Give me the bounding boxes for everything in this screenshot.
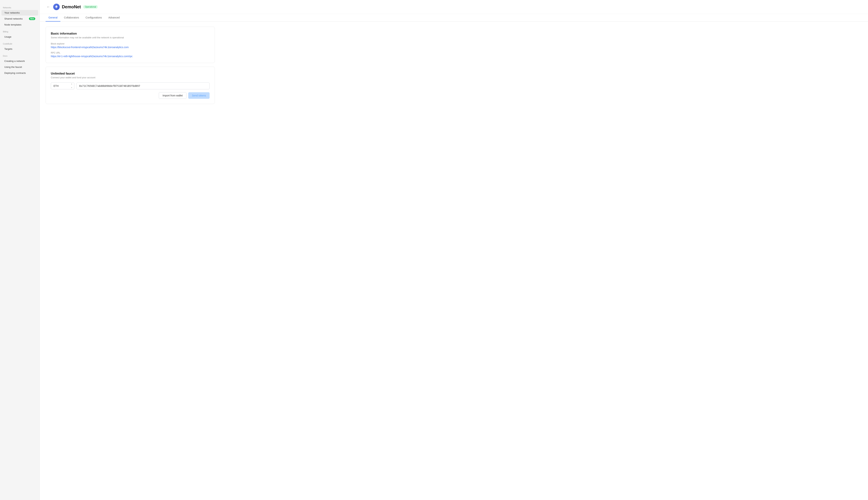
sidebar-item-your-networks[interactable]: Your networks — [1, 10, 38, 15]
faucet-title: Unlimited faucet — [51, 72, 210, 76]
sidebar-item-label: Using the faucet — [4, 66, 22, 68]
sidebar-section-codebuild: CodeBuild — [0, 40, 39, 46]
block-explorer-link[interactable]: https://blockscout-frontend-nmypcaht2wze… — [51, 46, 129, 49]
tab-collaborators[interactable]: Collaborators — [61, 14, 82, 22]
token-select[interactable]: ETHUSDCDAI — [51, 82, 74, 89]
basic-info-title: Basic information — [51, 32, 210, 35]
basic-info-subtitle: Some information may not be available un… — [51, 36, 210, 39]
token-select-wrapper: ETHUSDCDAI ⌃⌄ — [51, 82, 74, 89]
back-button[interactable]: ← — [46, 5, 51, 9]
sidebar-item-label: Node templates — [4, 23, 22, 26]
send-tokens-button[interactable]: Send tokens — [188, 92, 210, 99]
sidebar-item-using-faucet[interactable]: Using the faucet — [1, 64, 38, 70]
sidebar-item-usage[interactable]: Usage — [1, 34, 38, 39]
status-badge: Operational — [83, 5, 98, 9]
faucet-actions: Import from wallet Send tokens — [51, 92, 210, 99]
sidebar-item-creating-network[interactable]: Creating a network — [1, 58, 38, 64]
page-content: Basic information Some information may n… — [40, 22, 221, 109]
sidebar-item-label: Creating a network — [4, 60, 25, 62]
tab-bar: GeneralCollaboratorsConfigurationsAdvanc… — [40, 14, 868, 22]
sidebar-item-node-templates[interactable]: Node templates — [1, 22, 38, 27]
main-content: ← DemoNet Operational GeneralCollaborato… — [40, 0, 868, 500]
sidebar: NetworksYour networksShared networksNewN… — [0, 0, 40, 500]
faucet-card: Unlimited faucet Connect your wallet and… — [46, 67, 215, 104]
sidebar-item-label: Your networks — [4, 11, 20, 14]
block-explorer-label: Block explorer — [51, 43, 210, 45]
page-header: ← DemoNet Operational — [40, 0, 868, 14]
sidebar-item-shared-networks[interactable]: Shared networksNew — [1, 16, 38, 22]
address-input[interactable] — [77, 82, 210, 89]
basic-info-card: Basic information Some information may n… — [46, 26, 215, 63]
faucet-input-row: ETHUSDCDAI ⌃⌄ — [51, 82, 210, 89]
sidebar-section-billing: Billing — [0, 28, 39, 34]
new-badge: New — [29, 18, 35, 20]
sidebar-section-docs: Docs — [0, 52, 39, 58]
sidebar-item-label: Usage — [4, 35, 11, 38]
sidebar-section-networks: Networks — [0, 4, 39, 10]
tab-advanced[interactable]: Advanced — [105, 14, 123, 22]
import-wallet-button[interactable]: Import from wallet — [159, 92, 186, 99]
sidebar-item-label: Shared networks — [4, 18, 23, 20]
sidebar-item-label: Deploying contracts — [4, 72, 26, 75]
sidebar-item-targets[interactable]: Targets — [1, 46, 38, 52]
network-name: DemoNet — [62, 4, 81, 9]
sidebar-item-deploying-contracts[interactable]: Deploying contracts — [1, 70, 38, 76]
rpc-url-link[interactable]: https://el-1-reth-lighthouse-nmypcaht2wz… — [51, 55, 132, 58]
tab-general[interactable]: General — [46, 14, 60, 22]
rpc-url-label: RPC URL — [51, 52, 210, 54]
sidebar-item-label: Targets — [4, 48, 12, 50]
tab-configurations[interactable]: Configurations — [83, 14, 105, 22]
network-icon — [53, 4, 60, 10]
faucet-subtitle: Connect your wallet and fund your accoun… — [51, 76, 210, 79]
